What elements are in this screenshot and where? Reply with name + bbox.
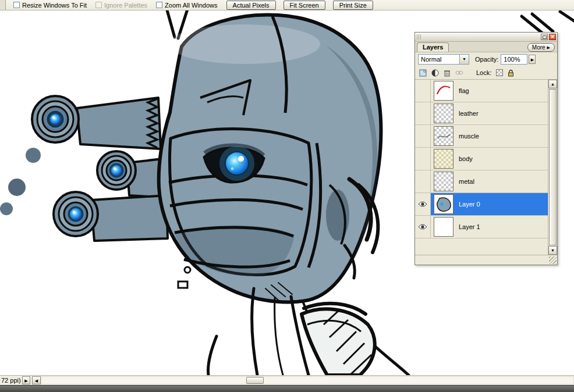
- layer-thumbnail[interactable]: [434, 194, 453, 214]
- visibility-toggle[interactable]: [415, 170, 431, 193]
- toolbar-fragment: [0, 0, 6, 10]
- link-icon: [455, 70, 463, 76]
- checkbox-zoom-all-windows[interactable]: Zoom All Windows: [156, 2, 217, 9]
- adjustment-layer-icon[interactable]: [431, 69, 439, 77]
- options-bar: Resize Windows To Fit Ignore Palettes Zo…: [0, 0, 574, 10]
- app-window: Resize Windows To Fit Ignore Palettes Zo…: [0, 0, 574, 392]
- layer-row-leather[interactable]: leather: [415, 102, 548, 125]
- checkbox-box-icon: [95, 2, 102, 8]
- eye-icon: [418, 224, 427, 230]
- visibility-toggle[interactable]: [415, 80, 431, 102]
- print-size-button[interactable]: Print Size: [333, 1, 373, 10]
- visibility-toggle[interactable]: [415, 193, 431, 215]
- layer-name: Layer 1: [459, 223, 480, 230]
- layer-row-flag[interactable]: flag: [415, 80, 548, 102]
- trash-icon[interactable]: [444, 69, 451, 77]
- checkbox-label: Ignore Palettes: [104, 2, 147, 9]
- lock-all-icon[interactable]: [508, 69, 514, 77]
- layer-thumbnail[interactable]: [434, 217, 453, 237]
- layers-scrollbar[interactable]: ▲ ▼: [548, 80, 557, 255]
- palette-close-button[interactable]: ✕: [549, 34, 556, 40]
- layer-row-muscle[interactable]: muscle: [415, 125, 548, 148]
- checkbox-resize-windows[interactable]: Resize Windows To Fit: [13, 2, 87, 9]
- layer-thumbnail[interactable]: [434, 126, 453, 146]
- palette-tab-row: Layers More ▶: [415, 42, 557, 52]
- artwork-paint-dots: [0, 148, 41, 215]
- lock-label: Lock:: [476, 69, 491, 76]
- visibility-toggle[interactable]: [415, 125, 431, 147]
- artwork-scope-middle: [97, 151, 136, 190]
- resolution-text: 72 ppi): [1, 377, 21, 384]
- layer-thumbnail[interactable]: [434, 172, 453, 191]
- taskbar-edge: [0, 385, 574, 392]
- layer-row-body[interactable]: body: [415, 148, 548, 170]
- palette-minimize-button[interactable]: [541, 34, 548, 40]
- visibility-toggle[interactable]: [415, 216, 431, 238]
- layer-list: flag leather muscle bod: [415, 80, 557, 255]
- checkbox-label: Zoom All Windows: [165, 2, 217, 9]
- layer-name: body: [459, 155, 473, 162]
- actual-pixels-button[interactable]: Actual Pixels: [226, 1, 276, 10]
- artwork-scarf: [302, 309, 375, 375]
- blend-mode-select[interactable]: Normal ▼: [418, 54, 469, 65]
- layer-name: metal: [459, 178, 474, 185]
- resize-grip[interactable]: [549, 256, 557, 264]
- eye-icon: [418, 201, 427, 207]
- dropdown-arrow-icon[interactable]: ▼: [459, 55, 469, 64]
- scrollbar-thumb[interactable]: [549, 89, 557, 245]
- status-bar: 72 ppi) ▶ ◀: [0, 375, 574, 385]
- layer-name: Layer 0: [459, 201, 480, 208]
- visibility-toggle[interactable]: [415, 148, 431, 170]
- lock-transparency-icon[interactable]: [496, 69, 503, 76]
- tab-layers[interactable]: Layers: [417, 42, 449, 52]
- scroll-down-icon[interactable]: ▼: [548, 246, 557, 255]
- layer-name: leather: [459, 110, 479, 117]
- scroll-up-icon[interactable]: ▲: [548, 80, 557, 88]
- layer-thumbnail[interactable]: [434, 81, 453, 101]
- artwork-scope-top: [32, 96, 79, 142]
- opacity-slider-arrow-icon[interactable]: ▶: [529, 55, 536, 64]
- blend-mode-value: Normal: [419, 55, 459, 64]
- artwork-scope-bottom: [54, 192, 98, 236]
- layer-list-empty-area: [415, 238, 548, 255]
- checkbox-ignore-palettes: Ignore Palettes: [95, 2, 147, 9]
- horizontal-scrollbar[interactable]: [41, 376, 574, 384]
- palette-titlebar[interactable]: ✕: [415, 33, 557, 42]
- minimize-icon: [543, 35, 547, 39]
- layer-name: flag: [459, 87, 469, 94]
- opacity-input[interactable]: 100%: [501, 54, 527, 65]
- checkbox-box-icon[interactable]: [156, 2, 162, 8]
- checkbox-box-icon[interactable]: [13, 2, 20, 8]
- more-arrow-icon: ▶: [547, 44, 550, 51]
- status-popup-icon[interactable]: ▶: [22, 376, 30, 384]
- palette-grip-icon: [417, 34, 422, 40]
- more-label: More: [532, 44, 545, 51]
- layer-name: muscle: [459, 133, 479, 140]
- layers-palette: ✕ Layers More ▶ Normal ▼ Opacity: 100% ▶: [414, 32, 558, 265]
- layer-thumbnail[interactable]: [434, 104, 453, 123]
- opacity-label: Opacity:: [475, 56, 498, 63]
- layer-row-metal[interactable]: metal: [415, 170, 548, 193]
- lock-row: Lock:: [415, 66, 557, 80]
- hscroll-left-icon[interactable]: ◀: [32, 376, 41, 384]
- layer-row-layer-1[interactable]: Layer 1: [415, 216, 548, 238]
- close-icon: ✕: [551, 34, 555, 40]
- checkbox-label: Resize Windows To Fit: [22, 2, 87, 9]
- opacity-value: 100%: [504, 56, 520, 63]
- more-button[interactable]: More ▶: [527, 43, 555, 52]
- layer-thumbnail[interactable]: [434, 149, 453, 169]
- layer-row-layer-0[interactable]: Layer 0: [415, 193, 548, 216]
- hscroll-thumb[interactable]: [246, 377, 264, 384]
- fit-screen-button[interactable]: Fit Screen: [284, 1, 325, 10]
- visibility-toggle[interactable]: [415, 102, 431, 124]
- new-layer-icon[interactable]: [419, 69, 427, 77]
- palette-bottom-bar: [415, 255, 557, 265]
- blend-controls-row: Normal ▼ Opacity: 100% ▶: [415, 52, 557, 66]
